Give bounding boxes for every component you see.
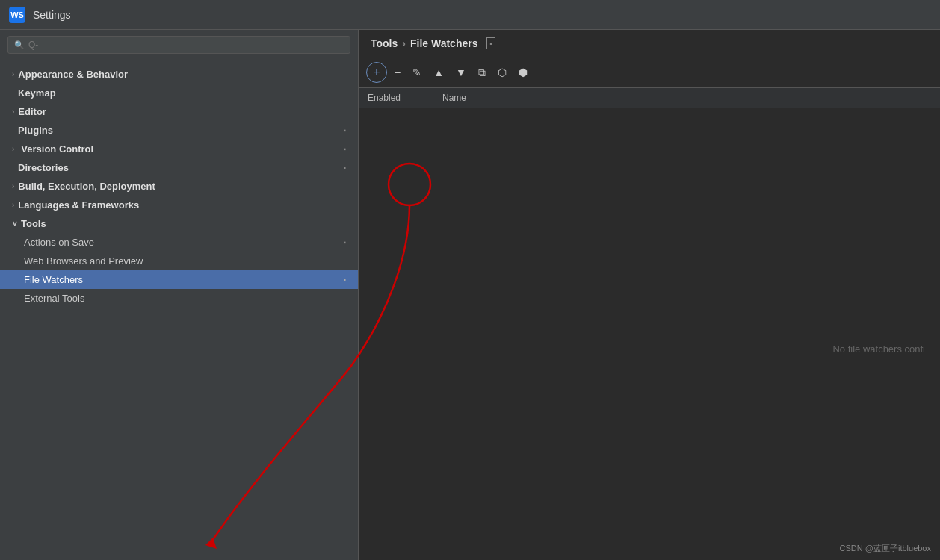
toolbar: + − ✎ ▲ ▼ ⧉ ⬡ ⬢ — [359, 57, 940, 88]
sidebar-item-actions-on-save[interactable]: Actions on Save ▪ — [0, 233, 358, 252]
breadcrumb-icon: ▪ — [486, 37, 495, 49]
sidebar-item-label: Version Control — [21, 143, 93, 155]
breadcrumb-part2: File Watchers — [410, 37, 478, 49]
search-wrapper[interactable]: 🔍 — [7, 36, 350, 54]
sidebar-item-label: Keymap — [18, 87, 56, 99]
sidebar-item-label: Web Browsers and Preview — [24, 255, 143, 267]
panel-header: Tools › File Watchers ▪ — [359, 30, 940, 57]
plugins-icon: ▪ — [343, 126, 346, 134]
sidebar-item-label: Tools — [21, 218, 46, 229]
sidebar-item-label: Plugins — [18, 125, 53, 136]
expand-button[interactable]: ⬢ — [514, 64, 532, 81]
copy-button[interactable]: ⧉ — [474, 64, 490, 81]
search-icon: 🔍 — [14, 40, 25, 50]
breadcrumb-part1: Tools — [371, 37, 398, 49]
down-icon: ▼ — [456, 66, 466, 78]
sidebar-item-web-browsers[interactable]: Web Browsers and Preview — [0, 252, 358, 270]
actions-on-save-icon: ▪ — [343, 238, 346, 246]
sidebar-item-languages[interactable]: › Languages & Frameworks — [0, 196, 358, 214]
copy-icon: ⧉ — [478, 66, 486, 79]
search-input[interactable] — [28, 40, 344, 50]
sidebar-item-directories[interactable]: Directories ▪ — [0, 158, 358, 177]
sidebar-item-label: Build, Execution, Deployment — [18, 181, 155, 192]
sidebar: 🔍 › Appearance & Behavior Keymap › Edito… — [0, 30, 359, 560]
chevron-icon: › — [12, 182, 14, 190]
watermark: CSDN @蓝匣子itbluebox — [840, 543, 931, 554]
collapse-button[interactable]: ⬡ — [493, 64, 511, 81]
move-up-button[interactable]: ▲ — [429, 64, 448, 81]
breadcrumb: Tools › File Watchers ▪ — [371, 37, 495, 49]
chevron-icon: › — [12, 201, 14, 209]
add-button[interactable]: + — [366, 62, 387, 83]
edit-icon: ✎ — [412, 66, 421, 78]
sidebar-item-label: Appearance & Behavior — [18, 69, 128, 80]
collapse-icon: ⬡ — [498, 66, 507, 78]
version-control-icon: ▪ — [343, 145, 346, 153]
column-name: Name — [433, 88, 940, 108]
sidebar-item-version-control[interactable]: › Version Control ▪ — [0, 140, 358, 158]
sidebar-item-file-watchers[interactable]: File Watchers ▪ — [0, 270, 358, 289]
chevron-icon: ∨ — [12, 220, 17, 228]
sidebar-item-label: Actions on Save — [24, 237, 94, 248]
sidebar-item-keymap[interactable]: Keymap — [0, 84, 358, 102]
sidebar-item-label: Editor — [18, 106, 46, 117]
sidebar-item-external-tools[interactable]: External Tools — [0, 289, 358, 308]
move-down-button[interactable]: ▼ — [451, 64, 471, 81]
file-watchers-icon: ▪ — [343, 276, 346, 284]
right-panel: Tools › File Watchers ▪ + − ✎ ▲ ▼ — [359, 30, 940, 560]
sidebar-item-label: Directories — [18, 162, 69, 173]
sidebar-item-appearance[interactable]: › Appearance & Behavior — [0, 65, 358, 84]
sidebar-item-label: Languages & Frameworks — [18, 199, 139, 211]
table-area: Enabled Name No file watchers confi — [359, 88, 940, 560]
sidebar-item-build[interactable]: › Build, Execution, Deployment — [0, 177, 358, 196]
sidebar-item-label: File Watchers — [24, 274, 83, 285]
remove-button[interactable]: − — [390, 64, 405, 81]
empty-state: No file watchers confi — [359, 108, 940, 560]
title-bar-text: Settings — [33, 9, 71, 21]
chevron-icon: › — [12, 108, 14, 116]
expand-icon: ⬢ — [519, 66, 528, 78]
sidebar-item-plugins[interactable]: Plugins ▪ — [0, 121, 358, 140]
chevron-icon: › — [12, 145, 14, 153]
column-enabled: Enabled — [359, 88, 433, 108]
title-bar: WS Settings — [0, 0, 940, 30]
chevron-icon: › — [12, 70, 14, 78]
edit-button[interactable]: ✎ — [408, 64, 426, 81]
up-icon: ▲ — [433, 66, 444, 78]
directories-icon: ▪ — [343, 164, 346, 172]
sidebar-item-editor[interactable]: › Editor — [0, 102, 358, 121]
main-container: 🔍 › Appearance & Behavior Keymap › Edito… — [0, 30, 940, 560]
search-area: 🔍 — [0, 30, 358, 60]
sidebar-item-label: External Tools — [24, 293, 84, 304]
table-header: Enabled Name — [359, 88, 940, 108]
app-logo: WS — [9, 7, 25, 23]
sidebar-item-tools[interactable]: ∨ Tools — [0, 214, 358, 233]
nav-list: › Appearance & Behavior Keymap › Editor … — [0, 60, 358, 560]
empty-state-text: No file watchers confi — [832, 343, 925, 355]
breadcrumb-separator: › — [402, 37, 406, 49]
